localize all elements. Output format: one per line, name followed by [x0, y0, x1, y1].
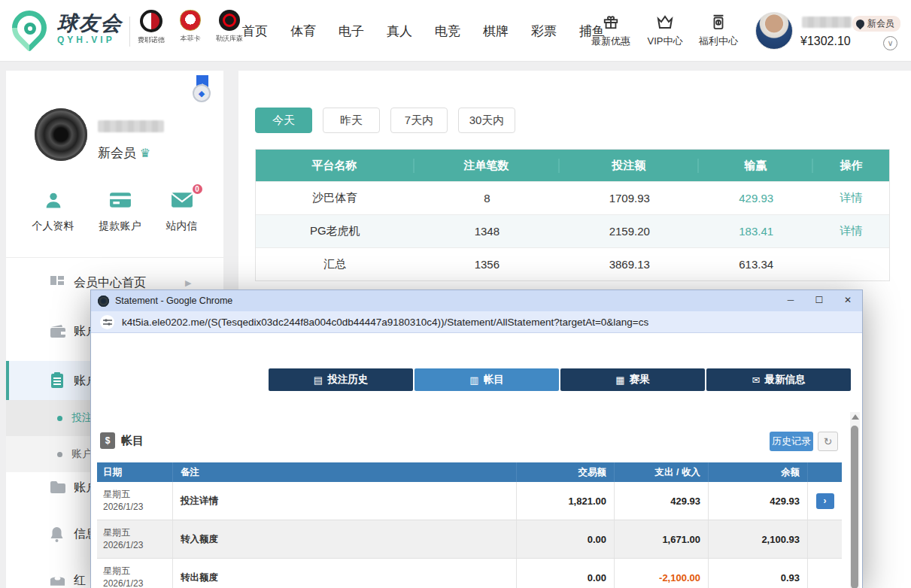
- statement-row: 星期五2026/1/23 转出额度 0.00 -2,100.00 0.93: [97, 559, 842, 588]
- filter-30days-button[interactable]: 30天内: [458, 108, 515, 133]
- bank-card-icon: [99, 188, 141, 212]
- popup-page-content: ▤ 投注历史 ▥ 帐目 ▦ 赛果 ✉ 最新信息 $ 帐目 历史记录 ↻ 日期: [91, 334, 862, 588]
- maximize-button[interactable]: ☐: [805, 290, 834, 311]
- welfare-center-menu[interactable]: 福利中心: [695, 12, 742, 48]
- row-detail-chevron-button[interactable]: ›: [816, 493, 834, 509]
- folder-icon: [50, 480, 68, 494]
- tab-latest-news[interactable]: ✉ 最新信息: [706, 368, 851, 391]
- benfica-crest-icon: [180, 10, 201, 31]
- envelope-icon: 0: [166, 188, 198, 212]
- statement-header-row: 日期 备注 交易额 支出 / 收入 余额: [97, 462, 842, 482]
- filter-today-button[interactable]: 今天: [255, 108, 312, 133]
- brand-logo[interactable]: 球友会 QYH.VIP: [57, 12, 123, 45]
- divider: [129, 17, 130, 47]
- bullet-icon: [57, 452, 62, 457]
- level-pin-icon: [855, 18, 867, 30]
- gift-icon: [588, 12, 634, 32]
- leverkusen-crest-icon: [219, 10, 240, 31]
- nav-lottery[interactable]: 彩票: [531, 23, 557, 40]
- table-header-row: 平台名称 注单笔数 投注额 输赢 操作: [256, 150, 889, 181]
- close-button[interactable]: ✕: [834, 290, 862, 311]
- feyenoord-crest-icon: [140, 10, 162, 32]
- ledger-icon: ▥: [469, 374, 478, 386]
- nav-live[interactable]: 真人: [387, 23, 412, 40]
- ledger-book-icon: $: [100, 432, 115, 449]
- account-statement-table: 日期 备注 交易额 支出 / 收入 余额 星期五2026/1/23 投注详情 1…: [97, 462, 842, 588]
- platform-summary-table: 平台名称 注单笔数 投注额 输赢 操作 沙巴体育 8 1709.93 429.9…: [255, 149, 890, 281]
- jar-icon: [695, 12, 742, 32]
- wallet-balance: ¥1302.10: [800, 35, 851, 48]
- username-blurred: [802, 17, 852, 28]
- quick-link-profile[interactable]: 个人资料: [32, 188, 74, 233]
- tab-account[interactable]: ▥ 帐目: [415, 368, 559, 391]
- filter-yesterday-button[interactable]: 昨天: [323, 108, 380, 133]
- nav-slots[interactable]: 电子: [339, 23, 364, 40]
- detail-link[interactable]: 详情: [813, 191, 889, 205]
- profile-username-blurred: [98, 120, 164, 132]
- sponsor-feyenoord: 费耶诺德: [135, 10, 167, 45]
- quick-links: 个人资料 提款账户 0 站内信: [6, 188, 223, 233]
- chevron-down-icon[interactable]: ∨: [883, 36, 897, 50]
- statement-row: 星期五2026/1/23 投注详情 1,821.00 429.93 429.93…: [97, 482, 842, 520]
- window-titlebar[interactable]: Statement - Google Chrome ─ ☐ ✕: [91, 290, 862, 311]
- quick-link-inbox[interactable]: 0 站内信: [166, 188, 198, 233]
- brand-domain: QYH.VIP: [57, 35, 123, 45]
- bell-icon: [50, 526, 68, 542]
- results-icon: ▦: [615, 374, 624, 386]
- crown-icon: ♛: [140, 147, 150, 159]
- refresh-icon[interactable]: ↻: [818, 432, 838, 451]
- site-settings-icon[interactable]: [100, 315, 114, 329]
- history-record-button[interactable]: 历史记录: [770, 432, 813, 451]
- statement-tabs: ▤ 投注历史 ▥ 帐目 ▦ 赛果 ✉ 最新信息: [269, 368, 851, 391]
- table-row: 沙巴体育 8 1709.93 429.93 详情: [256, 181, 889, 214]
- statement-popup-window: Statement - Google Chrome ─ ☐ ✕ k4t5ia.e…: [90, 289, 863, 588]
- top-header: 球友会 QYH.VIP 费耶诺德 本菲卡 勒沃库森 首页 体育 电子 真人 电竞…: [0, 0, 911, 62]
- brand-name: 球友会: [57, 12, 123, 35]
- clipboard-icon: [50, 372, 68, 389]
- member-level-badge: 新会员: [852, 16, 900, 32]
- wallet-icon: [50, 324, 68, 338]
- table-row: PG老虎机 1348 2159.20 183.41 详情: [256, 214, 889, 247]
- profile-emblem-avatar[interactable]: [35, 108, 87, 161]
- statement-row: 星期五2026/1/23 转入额度 0.00 1,671.00 2,100.93: [97, 520, 842, 559]
- user-avatar[interactable]: [755, 12, 793, 50]
- url-text[interactable]: k4t5ia.ele0202.me/(S(Tesqedix03dc244f8a0…: [122, 317, 648, 328]
- site-favicon-icon: [98, 296, 109, 307]
- nav-cards[interactable]: 棋牌: [483, 23, 509, 40]
- profile-level-label: 新会员 ♛: [98, 144, 150, 162]
- brand-logo-icon[interactable]: [12, 11, 51, 50]
- window-controls: ─ ☐ ✕: [776, 290, 862, 311]
- sponsor-badges: 费耶诺德 本菲卡 勒沃库森: [135, 10, 245, 45]
- nav-home[interactable]: 首页: [242, 23, 268, 40]
- sponsor-leverkusen: 勒沃库森: [214, 10, 245, 45]
- address-bar[interactable]: k4t5ia.ele0202.me/(S(Tesqedix03dc244f8a0…: [91, 311, 862, 333]
- minimize-button[interactable]: ─: [776, 290, 805, 311]
- main-nav: 首页 体育 电子 真人 电竞 棋牌 彩票 捕鱼: [242, 0, 605, 62]
- sponsor-benfica: 本菲卡: [175, 10, 206, 45]
- tab-results[interactable]: ▦ 赛果: [560, 368, 705, 391]
- vip-center-menu[interactable]: VIP中心: [642, 12, 688, 48]
- popup-scrollbar[interactable]: [850, 412, 860, 588]
- section-title: 帐目: [121, 434, 144, 448]
- scrollbar-thumb[interactable]: [851, 426, 858, 588]
- nav-sports[interactable]: 体育: [290, 23, 316, 40]
- quick-link-withdraw-account[interactable]: 提款账户: [99, 188, 141, 233]
- chevron-right-icon: ▶: [185, 278, 191, 288]
- scroll-up-arrow-icon[interactable]: [852, 414, 859, 420]
- account-section-header: $ 帐目: [100, 432, 144, 449]
- grid-icon: [50, 275, 68, 290]
- red-packet-icon: [50, 574, 68, 586]
- window-title: Statement - Google Chrome: [115, 296, 232, 306]
- mail-icon: ✉: [752, 374, 761, 386]
- nav-esports[interactable]: 电竞: [435, 23, 460, 40]
- bullet-icon: [57, 416, 62, 421]
- divider: [6, 257, 223, 258]
- tab-bet-history[interactable]: ▤ 投注历史: [269, 368, 413, 391]
- promo-menu[interactable]: 最新优惠: [588, 12, 634, 48]
- date-filter-group: 今天 昨天 7天内 30天内: [255, 108, 515, 133]
- person-icon: [32, 188, 74, 212]
- vip-medal-icon: ◆: [191, 75, 214, 105]
- filter-7days-button[interactable]: 7天内: [390, 108, 448, 133]
- list-icon: ▤: [314, 374, 323, 386]
- detail-link[interactable]: 详情: [813, 224, 889, 238]
